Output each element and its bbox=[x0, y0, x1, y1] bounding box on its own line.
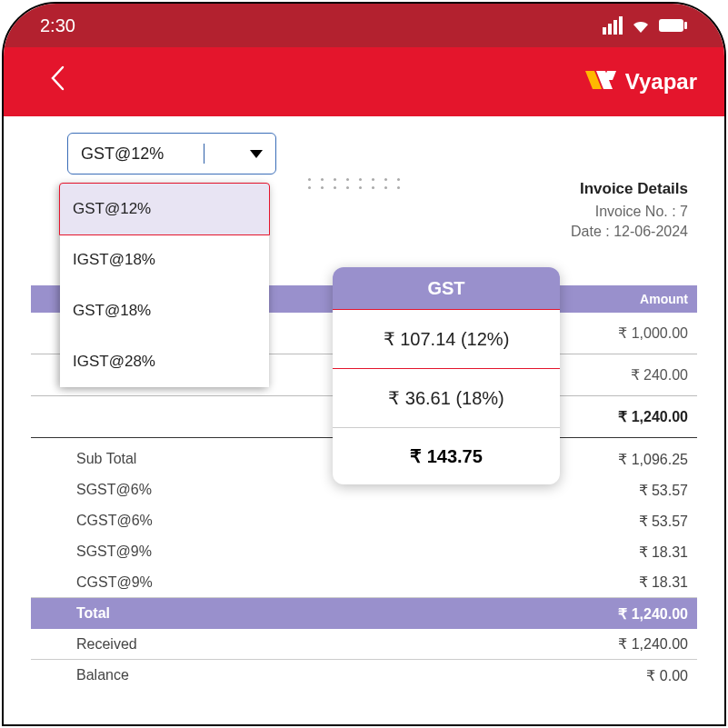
dropdown-option-selected[interactable]: GST@12% bbox=[59, 183, 270, 235]
tax-rate-dropdown-field[interactable]: GST@12% bbox=[67, 133, 276, 175]
summary-label: CGST@6% bbox=[40, 513, 153, 529]
content-area: Invoice Details Invoice No. : 7 Date : 1… bbox=[4, 116, 724, 153]
summary-value: ₹ 1,096.25 bbox=[618, 451, 688, 468]
app-header: Vyapar bbox=[4, 47, 724, 116]
summary-value: ₹ 18.31 bbox=[639, 544, 688, 561]
invoice-details-heading: Invoice Details bbox=[571, 180, 688, 198]
brand-logo-icon bbox=[585, 69, 618, 95]
summary-received: Received ₹ 1,240.00 bbox=[31, 629, 697, 660]
status-bar: 2:30 bbox=[4, 4, 724, 47]
tax-rate-dropdown[interactable]: GST@12% GST@12% IGST@18% GST@18% IGST@28… bbox=[67, 133, 276, 175]
summary-cgst6: CGST@6% ₹ 53.57 bbox=[31, 505, 697, 536]
tax-rate-dropdown-list: GST@12% IGST@18% GST@18% IGST@28% bbox=[60, 184, 269, 387]
brand: Vyapar bbox=[585, 69, 697, 95]
brand-name: Vyapar bbox=[625, 69, 697, 95]
summary-value: ₹ 1,240.00 bbox=[618, 605, 688, 623]
summary-label: SGST@6% bbox=[40, 482, 152, 498]
summary-label: Total bbox=[40, 605, 110, 622]
invoice-number: Invoice No. : 7 bbox=[571, 204, 688, 220]
summary-value: ₹ 1,240.00 bbox=[618, 635, 688, 653]
svg-rect-1 bbox=[684, 22, 687, 29]
summary-cgst9: CGST@9% ₹ 18.31 bbox=[31, 567, 697, 598]
summary-label: Received bbox=[40, 636, 137, 653]
wifi-icon bbox=[630, 16, 652, 35]
summary-balance: Balance ₹ 0.00 bbox=[31, 660, 697, 691]
status-icons bbox=[603, 16, 688, 35]
back-button[interactable] bbox=[49, 65, 65, 99]
gst-row[interactable]: ₹ 36.61 (18%) bbox=[333, 368, 560, 428]
summary-label: Sub Total bbox=[40, 451, 136, 467]
battery-icon bbox=[659, 18, 688, 33]
gst-popover-title: GST bbox=[333, 267, 560, 310]
row-amount: ₹ 240.00 bbox=[606, 366, 697, 384]
text-cursor bbox=[204, 144, 204, 164]
gst-row-selected[interactable]: ₹ 107.14 (12%) bbox=[333, 309, 560, 369]
cellular-signal-icon bbox=[603, 16, 623, 35]
gst-total: ₹ 143.75 bbox=[333, 428, 560, 484]
summary-label: Balance bbox=[40, 667, 129, 683]
dropdown-option[interactable]: IGST@28% bbox=[60, 336, 269, 387]
summary-value: ₹ 0.00 bbox=[646, 667, 688, 684]
invoice-details: Invoice Details Invoice No. : 7 Date : 1… bbox=[571, 180, 688, 244]
summary-label: SGST@9% bbox=[40, 544, 152, 560]
summary-value: ₹ 53.57 bbox=[639, 513, 688, 530]
row-amount: ₹ 1,000.00 bbox=[606, 324, 697, 342]
summary-total: Total ₹ 1,240.00 bbox=[31, 598, 697, 629]
dropdown-option[interactable]: IGST@18% bbox=[60, 234, 269, 285]
summary-value: ₹ 53.57 bbox=[639, 482, 688, 499]
column-amount-header: Amount bbox=[606, 292, 697, 306]
chevron-down-icon bbox=[250, 150, 263, 158]
device-frame: 2:30 Vyapar bbox=[2, 2, 726, 726]
decorative-dots bbox=[308, 178, 401, 189]
status-time: 2:30 bbox=[40, 15, 75, 36]
invoice-date: Date : 12-06-2024 bbox=[571, 224, 688, 240]
gst-popover: GST ₹ 107.14 (12%) ₹ 36.61 (18%) ₹ 143.7… bbox=[333, 267, 560, 484]
dropdown-option[interactable]: GST@18% bbox=[60, 285, 269, 336]
summary-value: ₹ 18.31 bbox=[639, 573, 688, 591]
summary-sgst9: SGST@9% ₹ 18.31 bbox=[31, 536, 697, 567]
dropdown-value: GST@12% bbox=[81, 145, 164, 164]
row-total-amount: ₹ 1,240.00 bbox=[606, 408, 697, 425]
svg-rect-0 bbox=[659, 19, 683, 32]
summary-label: CGST@9% bbox=[40, 574, 153, 591]
